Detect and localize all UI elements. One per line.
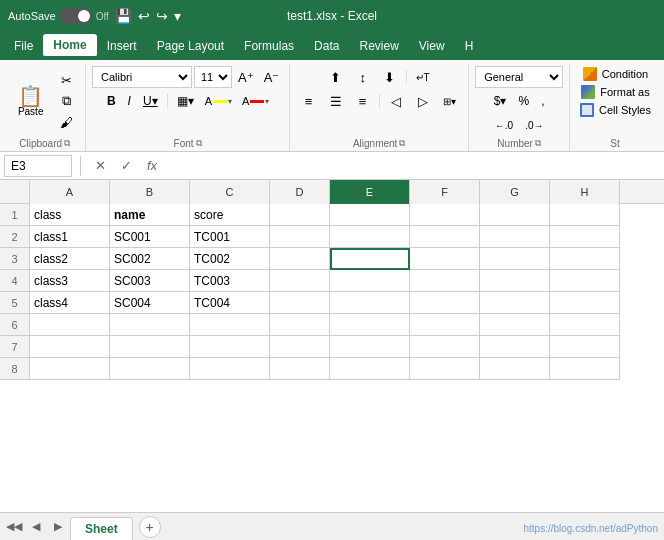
cell-f8[interactable] (410, 358, 480, 380)
align-middle-button[interactable]: ↕ (350, 66, 376, 88)
dollar-button[interactable]: $▾ (489, 90, 512, 112)
cell-e6[interactable] (330, 314, 410, 336)
cell-b4[interactable]: SC003 (110, 270, 190, 292)
cell-d5[interactable] (270, 292, 330, 314)
cell-a5[interactable]: class4 (30, 292, 110, 314)
col-header-a[interactable]: A (30, 180, 110, 204)
cell-e5[interactable] (330, 292, 410, 314)
percent-button[interactable]: % (513, 90, 534, 112)
col-header-g[interactable]: G (480, 180, 550, 204)
fill-color-button[interactable]: A ▾ (201, 90, 236, 112)
align-left-button[interactable]: ≡ (296, 90, 322, 112)
cell-c6[interactable] (190, 314, 270, 336)
cell-c2[interactable]: TC001 (190, 226, 270, 248)
copy-button[interactable]: ⧉ (53, 91, 79, 111)
cell-f7[interactable] (410, 336, 480, 358)
insert-function-button[interactable]: fx (141, 155, 163, 177)
cell-a4[interactable]: class3 (30, 270, 110, 292)
cell-c3[interactable]: TC002 (190, 248, 270, 270)
cell-g4[interactable] (480, 270, 550, 292)
align-top-button[interactable]: ⬆ (323, 66, 349, 88)
cell-g8[interactable] (480, 358, 550, 380)
cell-e7[interactable] (330, 336, 410, 358)
cell-c1[interactable]: score (190, 204, 270, 226)
menu-pagelayout[interactable]: Page Layout (147, 35, 234, 57)
cell-h7[interactable] (550, 336, 620, 358)
col-header-f[interactable]: F (410, 180, 480, 204)
menu-more[interactable]: H (455, 35, 484, 57)
align-bottom-button[interactable]: ⬇ (377, 66, 403, 88)
decrease-decimal-button[interactable]: ←.0 (490, 114, 518, 136)
cell-b5[interactable]: SC004 (110, 292, 190, 314)
wrap-text-button[interactable]: ↵T (410, 66, 436, 88)
cell-a2[interactable]: class1 (30, 226, 110, 248)
cell-g1[interactable] (480, 204, 550, 226)
cell-f2[interactable] (410, 226, 480, 248)
font-size-select[interactable]: 11 8 10 12 14 (194, 66, 232, 88)
bold-button[interactable]: B (102, 90, 121, 112)
cell-h2[interactable] (550, 226, 620, 248)
col-header-c[interactable]: C (190, 180, 270, 204)
cell-e2[interactable] (330, 226, 410, 248)
fill-color-dropdown[interactable]: ▾ (228, 97, 232, 106)
conditional-formatting-button[interactable]: Condition (580, 66, 650, 82)
redo-icon[interactable]: ↪ (156, 8, 168, 24)
cell-d2[interactable] (270, 226, 330, 248)
menu-data[interactable]: Data (304, 35, 349, 57)
col-header-b[interactable]: B (110, 180, 190, 204)
menu-file[interactable]: File (4, 35, 43, 57)
font-shrink-button[interactable]: A⁻ (260, 66, 284, 88)
menu-view[interactable]: View (409, 35, 455, 57)
cell-b6[interactable] (110, 314, 190, 336)
menu-insert[interactable]: Insert (97, 35, 147, 57)
alignment-expand-icon[interactable]: ⧉ (399, 138, 405, 149)
sheet-tab-sheet[interactable]: Sheet (70, 517, 133, 541)
col-header-e[interactable]: E (330, 180, 410, 204)
cell-c8[interactable] (190, 358, 270, 380)
format-painter-button[interactable]: 🖌 (53, 112, 79, 132)
menu-review[interactable]: Review (349, 35, 408, 57)
cell-g6[interactable] (480, 314, 550, 336)
cell-b3[interactable]: SC002 (110, 248, 190, 270)
increase-decimal-button[interactable]: .0→ (520, 114, 548, 136)
number-format-select[interactable]: General Number Currency Accounting Date … (475, 66, 563, 88)
cell-styles-button[interactable]: Cell Styles (577, 102, 653, 118)
cell-d6[interactable] (270, 314, 330, 336)
cell-d7[interactable] (270, 336, 330, 358)
menu-home[interactable]: Home (43, 34, 96, 58)
clipboard-expand-icon[interactable]: ⧉ (64, 138, 70, 149)
cell-c7[interactable] (190, 336, 270, 358)
paste-button[interactable]: 📋 Paste (10, 82, 52, 121)
tab-nav-first[interactable]: ◀◀ (4, 517, 24, 537)
indent-increase-button[interactable]: ▷ (410, 90, 436, 112)
cell-g3[interactable] (480, 248, 550, 270)
border-button[interactable]: ▦▾ (172, 90, 199, 112)
cell-b1[interactable]: name (110, 204, 190, 226)
cell-d1[interactable] (270, 204, 330, 226)
cell-a8[interactable] (30, 358, 110, 380)
merge-button[interactable]: ⊞▾ (437, 90, 463, 112)
font-expand-icon[interactable]: ⧉ (196, 138, 202, 149)
cell-e4[interactable] (330, 270, 410, 292)
cell-f5[interactable] (410, 292, 480, 314)
cell-b8[interactable] (110, 358, 190, 380)
font-grow-button[interactable]: A⁺ (234, 66, 258, 88)
col-header-d[interactable]: D (270, 180, 330, 204)
cell-d3[interactable] (270, 248, 330, 270)
cell-f4[interactable] (410, 270, 480, 292)
cell-f3[interactable] (410, 248, 480, 270)
font-color-dropdown[interactable]: ▾ (265, 97, 269, 106)
number-expand-icon[interactable]: ⧉ (535, 138, 541, 149)
toggle-switch[interactable] (60, 8, 92, 24)
customize-icon[interactable]: ▾ (174, 8, 181, 24)
cell-g7[interactable] (480, 336, 550, 358)
font-family-select[interactable]: Calibri Arial Times New Roman (92, 66, 192, 88)
cell-h4[interactable] (550, 270, 620, 292)
comma-button[interactable]: , (536, 90, 549, 112)
col-header-h[interactable]: H (550, 180, 620, 204)
cell-d4[interactable] (270, 270, 330, 292)
cell-d8[interactable] (270, 358, 330, 380)
tab-nav-next[interactable]: ▶ (48, 517, 68, 537)
cell-e3[interactable] (330, 248, 410, 270)
cell-h8[interactable] (550, 358, 620, 380)
